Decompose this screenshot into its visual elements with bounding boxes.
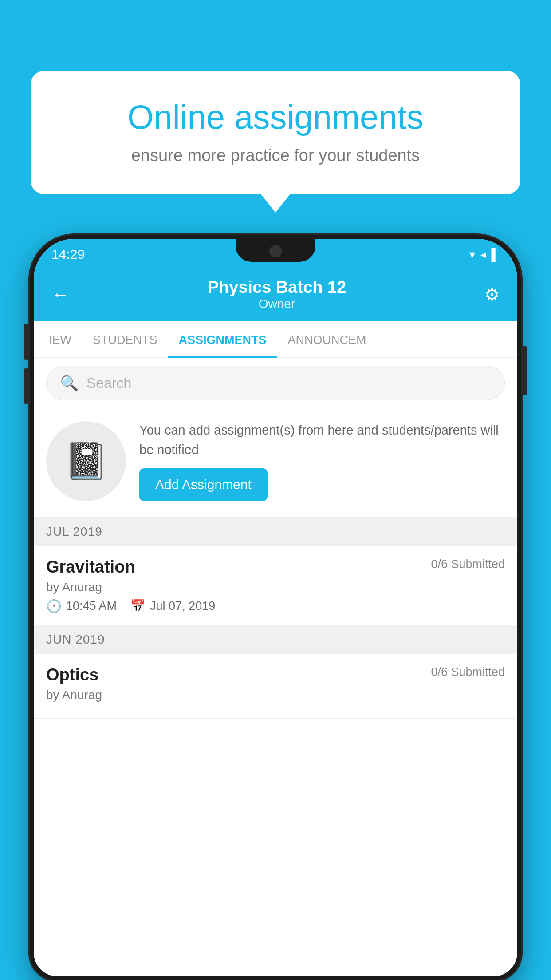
speech-bubble: Online assignments ensure more practice … xyxy=(31,71,520,194)
wifi-icon: ▾ xyxy=(469,248,475,261)
assignment-gravitation-meta: 🕐 10:45 AM 📅 Jul 07, 2019 xyxy=(46,599,505,613)
vol-down-button xyxy=(24,368,28,404)
speech-bubble-container: Online assignments ensure more practice … xyxy=(31,71,520,194)
assignment-gravitation-time: 10:45 AM xyxy=(66,599,117,613)
vol-up-button xyxy=(24,324,28,360)
battery-icon: ▌ xyxy=(492,248,500,261)
assignment-optics-top: Optics 0/6 Submitted xyxy=(46,665,505,684)
bubble-subtitle: ensure more practice for your students xyxy=(62,146,489,165)
assignment-gravitation-title: Gravitation xyxy=(46,557,135,577)
assignment-optics-by: by Anurag xyxy=(46,688,505,702)
assignment-optics-submitted: 0/6 Submitted xyxy=(431,665,505,679)
promo-icon-circle: 📓 xyxy=(46,421,126,501)
phone-frame: 14:29 ▾ ◂ ▌ ← Physics Batch 12 Owner ⚙ I… xyxy=(30,235,521,980)
search-bar[interactable]: 🔍 Search xyxy=(46,366,505,400)
tab-iew[interactable]: IEW xyxy=(38,321,82,357)
status-time: 14:29 xyxy=(51,247,85,262)
status-icons: ▾ ◂ ▌ xyxy=(469,248,500,261)
add-assignment-button[interactable]: Add Assignment xyxy=(139,468,268,501)
clock-icon: 🕐 xyxy=(46,599,62,613)
promo-block: 📓 You can add assignment(s) from here an… xyxy=(34,408,517,518)
header-title-block: Physics Batch 12 Owner xyxy=(69,278,484,311)
promo-content: You can add assignment(s) from here and … xyxy=(139,421,505,501)
phone-screen: 14:29 ▾ ◂ ▌ ← Physics Batch 12 Owner ⚙ I… xyxy=(34,239,517,976)
search-placeholder: Search xyxy=(87,375,131,391)
assignment-optics-title: Optics xyxy=(46,665,98,684)
app-header: ← Physics Batch 12 Owner ⚙ xyxy=(34,270,517,321)
promo-description: You can add assignment(s) from here and … xyxy=(139,421,505,459)
tab-announcements[interactable]: ANNOUNCEM xyxy=(277,321,377,357)
settings-button[interactable]: ⚙ xyxy=(484,285,500,304)
section-jul-2019: JUL 2019 xyxy=(34,518,517,546)
section-jun-2019: JUN 2019 xyxy=(34,625,517,654)
assignment-gravitation-top: Gravitation 0/6 Submitted xyxy=(46,557,505,577)
assignment-gravitation-by: by Anurag xyxy=(46,580,505,594)
tab-students[interactable]: STUDENTS xyxy=(82,321,168,357)
back-button[interactable]: ← xyxy=(51,285,69,304)
search-container: 🔍 Search xyxy=(34,358,517,408)
assignment-optics[interactable]: Optics 0/6 Submitted by Anurag xyxy=(34,654,517,719)
notebook-icon: 📓 xyxy=(64,440,108,482)
assignment-gravitation[interactable]: Gravitation 0/6 Submitted by Anurag 🕐 10… xyxy=(34,546,517,625)
tabs-bar: IEW STUDENTS ASSIGNMENTS ANNOUNCEM xyxy=(34,321,517,358)
signal-icon: ◂ xyxy=(480,248,486,261)
time-meta: 🕐 10:45 AM xyxy=(46,599,117,613)
header-title: Physics Batch 12 xyxy=(69,278,484,297)
assignment-gravitation-submitted: 0/6 Submitted xyxy=(431,557,505,571)
assignment-gravitation-date: Jul 07, 2019 xyxy=(150,599,215,613)
calendar-icon: 📅 xyxy=(130,599,146,613)
power-button xyxy=(523,346,527,395)
section-jul-label: JUL 2019 xyxy=(46,525,102,538)
header-subtitle: Owner xyxy=(69,297,484,311)
date-meta: 📅 Jul 07, 2019 xyxy=(130,599,215,613)
search-icon: 🔍 xyxy=(60,374,79,392)
tab-assignments[interactable]: ASSIGNMENTS xyxy=(168,321,277,357)
phone-notch xyxy=(236,239,315,262)
section-jun-label: JUN 2019 xyxy=(46,632,105,646)
bubble-title: Online assignments xyxy=(62,98,489,136)
